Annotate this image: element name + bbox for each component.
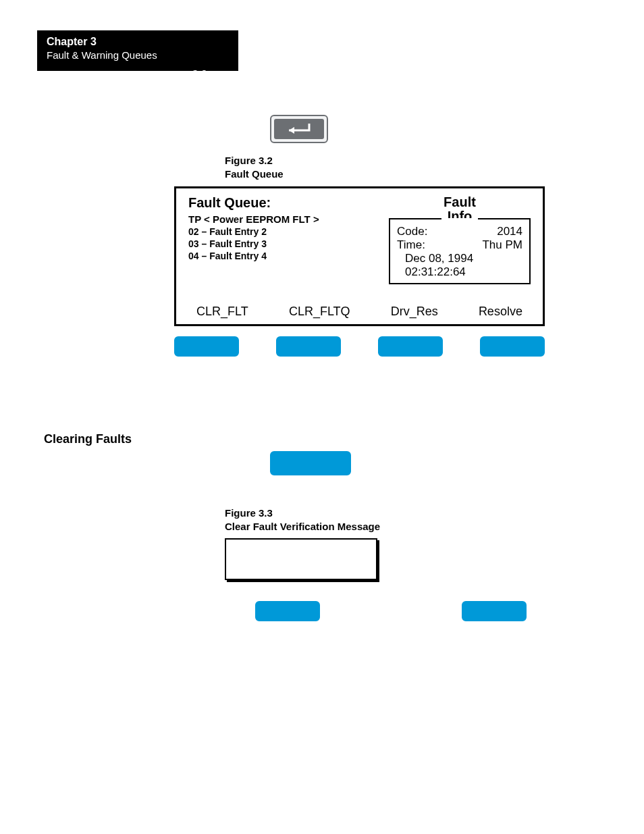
enter-icon — [282, 121, 316, 137]
clr-fltq-button[interactable] — [276, 336, 341, 357]
drv-res-button[interactable] — [378, 336, 443, 357]
fault-entry: 02 – Fault Entry 2 — [188, 226, 362, 237]
chapter-header: 3-2 Chapter 3 Fault & Warning Queues — [37, 30, 238, 71]
code-label: Code: — [397, 225, 427, 238]
fkey-label: Resolve — [479, 305, 522, 319]
code-value: 2014 — [497, 225, 522, 238]
chapter-label: Chapter 3 — [47, 36, 229, 48]
figure-3-2-title: Fault Queue — [225, 167, 284, 181]
figure-3-3-title: Clear Fault Verification Message — [225, 520, 380, 533]
fault-queue-tp-line: TP < Power EEPROM FLT > — [188, 213, 362, 225]
page: 3-2 Chapter 3 Fault & Warning Queues Fig… — [0, 0, 644, 834]
figure-3-3-caption: Figure 3.3 Clear Fault Verification Mess… — [225, 506, 380, 533]
fault-info-column: Fault Info Code: 2014 Time: Thu PM Dec 0… — [389, 195, 531, 284]
figure-3-3-number: Figure 3.3 — [225, 506, 380, 520]
figure-3-2-number: Figure 3.2 — [225, 154, 284, 167]
time-value: Thu PM — [482, 238, 522, 252]
figure-3-2-caption: Figure 3.2 Fault Queue — [225, 154, 284, 180]
soft-button-row — [174, 336, 545, 357]
fault-queue-screen: Fault Queue: TP < Power EEPROM FLT > 02 … — [174, 186, 545, 326]
verify-left-button[interactable] — [255, 601, 320, 621]
fault-queue-title: Fault Queue: — [188, 195, 362, 211]
fkey-label: CLR_FLTQ — [289, 305, 350, 319]
enter-key[interactable] — [270, 115, 328, 143]
fkey-label: CLR_FLT — [196, 305, 248, 319]
fkey-label: Drv_Res — [391, 305, 438, 319]
fault-clock: 02:31:22:64 — [397, 265, 522, 279]
time-label: Time: — [397, 238, 425, 252]
page-number: 3-2 — [192, 68, 207, 79]
clearing-faults-button[interactable] — [270, 451, 351, 475]
fault-date: Dec 08, 1994 — [397, 252, 522, 265]
resolve-button[interactable] — [480, 336, 545, 357]
screen-function-keys: CLR_FLT CLR_FLTQ Drv_Res Resolve — [176, 305, 543, 319]
fault-queue-column: Fault Queue: TP < Power EEPROM FLT > 02 … — [188, 195, 362, 284]
fault-entry: 03 – Fault Entry 3 — [188, 238, 362, 249]
enter-key-face — [274, 119, 324, 139]
verify-right-button[interactable] — [462, 601, 527, 621]
fault-entry: 04 – Fault Entry 4 — [188, 251, 362, 261]
clearing-faults-heading: Clearing Faults — [44, 432, 132, 446]
fault-info-box: Code: 2014 Time: Thu PM Dec 08, 1994 02:… — [389, 218, 531, 284]
chapter-subtitle: Fault & Warning Queues — [47, 49, 229, 61]
clr-flt-button[interactable] — [174, 336, 239, 357]
clear-fault-verify-box — [225, 538, 377, 580]
